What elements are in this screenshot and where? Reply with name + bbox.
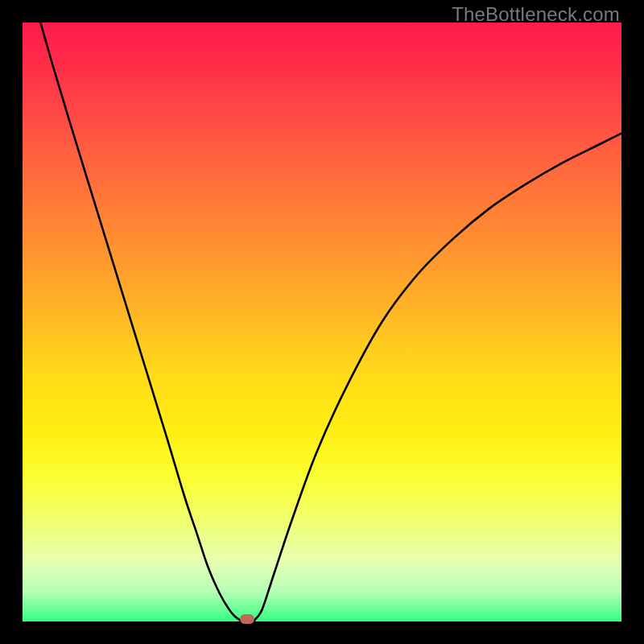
attribution-text: TheBottleneck.com xyxy=(452,3,620,26)
bottleneck-curve xyxy=(23,23,621,621)
plot-area xyxy=(23,23,621,621)
optimum-marker xyxy=(240,614,254,624)
chart-frame: TheBottleneck.com xyxy=(0,0,644,644)
curve-path xyxy=(40,23,621,621)
